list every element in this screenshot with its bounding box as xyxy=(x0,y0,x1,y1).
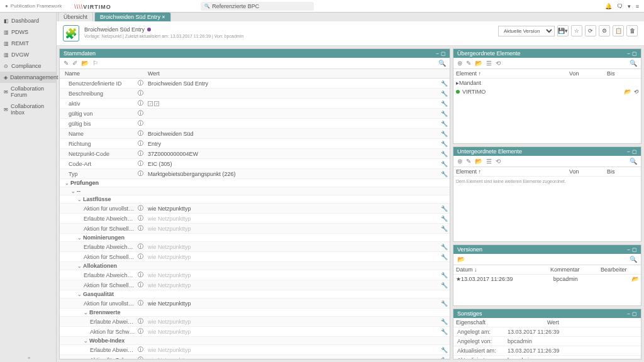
sidebar-item[interactable]: ▥DVGW xyxy=(0,49,56,60)
settings-button[interactable]: ⚙ xyxy=(599,25,610,36)
edit-icon[interactable]: ✎ xyxy=(466,60,471,67)
wrench-icon[interactable]: 🔧 xyxy=(441,300,448,307)
global-search[interactable]: Referenzierte BPC xyxy=(201,2,314,11)
info-icon[interactable]: ⓘ xyxy=(138,120,143,126)
search-icon[interactable]: 🔍 xyxy=(630,60,637,67)
sidebar-item[interactable]: ◈Datenmanagement xyxy=(0,72,56,83)
wrench-icon[interactable]: 🔧 xyxy=(441,254,448,260)
chevron-down-icon[interactable] xyxy=(77,291,83,297)
wrench-icon[interactable]: 🔧 xyxy=(441,111,448,117)
list-icon[interactable]: ☰ xyxy=(486,158,492,165)
refresh-icon[interactable]: ⟲ xyxy=(496,60,501,67)
chevron-down-icon[interactable] xyxy=(71,188,77,194)
wrench-icon[interactable]: 🔧 xyxy=(441,121,448,127)
info-icon[interactable]: ⓘ xyxy=(138,318,143,324)
folder-icon[interactable]: 📂 xyxy=(475,60,482,67)
wrench-icon[interactable]: 🔧 xyxy=(441,90,448,97)
chevron-down-icon[interactable] xyxy=(77,263,83,269)
add-icon[interactable]: ⊕ xyxy=(457,60,462,67)
wrench-icon[interactable]: 🔧 xyxy=(441,131,448,137)
info-icon[interactable]: ⓘ xyxy=(138,150,143,156)
delete-button[interactable]: 🗑 xyxy=(626,25,638,36)
search-icon[interactable]: 🔍 xyxy=(630,158,637,165)
copy-button[interactable]: 📋 xyxy=(613,25,624,36)
info-icon[interactable]: ⓘ xyxy=(138,243,143,250)
chevron-down-icon[interactable]: ▾ xyxy=(628,3,631,9)
add-icon[interactable]: ⊕ xyxy=(457,158,462,165)
wrench-icon[interactable]: 🔧 xyxy=(441,282,448,288)
list-icon[interactable]: ☰ xyxy=(486,60,492,67)
info-icon[interactable]: ⓘ xyxy=(138,346,143,353)
flag-icon[interactable]: ⚐ xyxy=(92,60,98,67)
wrench-icon[interactable]: 🔧 xyxy=(441,141,448,147)
tab[interactable]: Übersicht xyxy=(58,13,93,21)
info-icon[interactable]: ⓘ xyxy=(138,253,143,260)
sidebar-item[interactable]: ◧Dashboard xyxy=(0,15,56,26)
info-icon[interactable]: ⓘ xyxy=(138,282,143,288)
chevron-down-icon[interactable] xyxy=(77,196,83,202)
chevron-down-icon[interactable] xyxy=(65,180,70,186)
checkbox-icon[interactable] xyxy=(154,101,159,106)
minimize-icon[interactable]: − xyxy=(436,51,439,57)
refresh-icon[interactable]: ⟲ xyxy=(496,158,501,165)
sidebar-item[interactable]: ⊙Compliance xyxy=(0,60,56,72)
sidebar-item[interactable]: ▥PDWS xyxy=(0,26,56,38)
info-icon[interactable]: ⓘ xyxy=(138,140,143,146)
wrench-icon[interactable]: 🔧 xyxy=(441,329,448,335)
info-icon[interactable]: ⓘ xyxy=(138,110,143,116)
info-icon[interactable]: ⓘ xyxy=(138,80,143,86)
wrench-icon[interactable]: 🔧 xyxy=(441,171,448,177)
save-button[interactable]: 💾▾ xyxy=(557,25,569,36)
wrench-icon[interactable]: 🔧 xyxy=(441,272,448,278)
wrench-icon[interactable]: 🔧 xyxy=(441,80,448,87)
pen-icon[interactable]: ✐ xyxy=(72,60,77,67)
info-icon[interactable]: ⓘ xyxy=(138,272,143,278)
checkbox-icon[interactable] xyxy=(148,101,153,106)
info-icon[interactable]: ⓘ xyxy=(138,225,143,231)
chevron-down-icon[interactable] xyxy=(84,337,89,344)
info-icon[interactable]: ⓘ xyxy=(138,170,143,177)
search-icon[interactable]: 🔍 xyxy=(630,256,637,263)
info-icon[interactable]: ⓘ xyxy=(138,160,143,167)
menu-icon[interactable]: ≡ xyxy=(636,3,639,9)
folder-icon[interactable]: 📂 xyxy=(457,256,465,263)
info-icon[interactable]: ⓘ xyxy=(138,300,143,306)
edit-icon[interactable]: ✎ xyxy=(64,60,69,67)
wrench-icon[interactable]: 🔧 xyxy=(441,226,448,232)
sidebar-item[interactable]: ✉Collaboration Forum xyxy=(0,83,56,101)
search-icon[interactable]: 🔍 xyxy=(438,60,446,67)
version-select[interactable]: Aktuelle Version (aktiv) xyxy=(498,26,555,36)
sidebar-item[interactable]: ▥REMIT xyxy=(0,38,56,49)
collapse-icon[interactable]: « xyxy=(28,355,30,361)
tab[interactable]: Broichweiden Süd Entry × xyxy=(94,13,171,21)
info-icon[interactable]: ⓘ xyxy=(138,90,143,96)
info-icon[interactable]: ⓘ xyxy=(138,100,143,106)
wrench-icon[interactable]: 🔧 xyxy=(441,216,448,222)
chevron-down-icon[interactable] xyxy=(77,234,83,241)
info-icon[interactable]: ⓘ xyxy=(138,328,143,334)
wrench-icon[interactable]: 🔧 xyxy=(441,161,448,167)
wrench-icon[interactable]: 🔧 xyxy=(441,347,448,353)
chevron-down-icon[interactable] xyxy=(84,309,89,315)
open-icon[interactable]: 📂 xyxy=(631,276,638,282)
wrench-icon[interactable]: 🔧 xyxy=(441,244,448,250)
reload-icon[interactable]: ⟲ xyxy=(633,89,638,95)
folder-icon[interactable]: 📂 xyxy=(475,158,482,165)
info-icon[interactable]: ⓘ xyxy=(138,356,143,359)
close-icon[interactable]: × xyxy=(162,14,165,20)
sidebar-item[interactable]: ✉Collaboration Inbox xyxy=(0,101,56,118)
parent-element-row[interactable]: VIRTIMO📂⟲ xyxy=(453,87,641,96)
wrench-icon[interactable]: 🔧 xyxy=(441,101,448,107)
info-icon[interactable]: ⓘ xyxy=(138,130,143,136)
refresh-button[interactable]: ⟳ xyxy=(585,25,596,36)
edit-icon[interactable]: ✎ xyxy=(466,158,471,165)
chat-icon[interactable]: 🗨 xyxy=(617,3,623,9)
info-icon[interactable]: ⓘ xyxy=(138,205,143,211)
bell-icon[interactable]: 🔔 xyxy=(605,3,612,9)
folder-icon[interactable]: 📂 xyxy=(81,60,89,67)
expand-icon[interactable]: ▢ xyxy=(441,51,446,57)
wrench-icon[interactable]: 🔧 xyxy=(441,319,448,325)
favorite-button[interactable]: ☆ xyxy=(571,25,582,36)
wrench-icon[interactable]: 🔧 xyxy=(441,357,448,359)
info-icon[interactable]: ⓘ xyxy=(138,215,143,221)
